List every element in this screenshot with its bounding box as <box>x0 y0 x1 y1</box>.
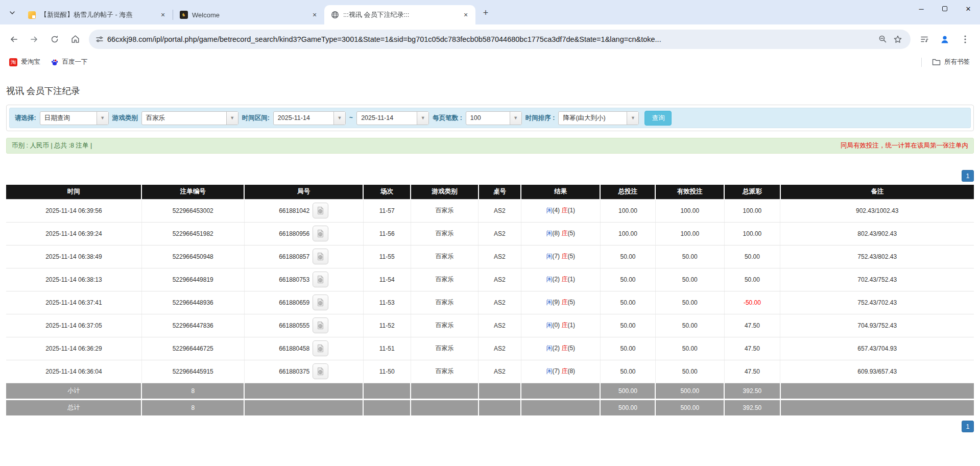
cell-game-type: 百家乐 <box>411 314 479 337</box>
bookmarks-separator <box>921 58 922 67</box>
chevron-down-icon[interactable]: ▼ <box>417 112 428 125</box>
pagination-bottom: 1 <box>6 421 974 432</box>
summary-bar: 币别 : 人民币 | 总共 :8 注单 | 同局有效投注，统一计算在该局第一张注… <box>6 138 974 154</box>
film-icon <box>316 206 325 215</box>
chevron-down-icon[interactable]: ▼ <box>627 112 638 125</box>
cell-time: 2025-11-14 06:39:56 <box>6 199 141 222</box>
video-replay-button[interactable] <box>313 203 328 218</box>
cell-total-bet-link[interactable]: 50.00 <box>600 360 655 383</box>
page-content: 视讯 会员下注纪录 请选择: 日期查询 ▼ 游戏类别 百家乐 ▼ 时间区间: 2… <box>0 85 980 432</box>
filter-panel: 请选择: 日期查询 ▼ 游戏类别 百家乐 ▼ 时间区间: 2025-11-14 … <box>6 105 974 131</box>
media-controls-button[interactable] <box>915 30 934 49</box>
cell-remark: 802.43/902.43 <box>780 222 974 245</box>
minimize-button[interactable]: ─ <box>910 0 933 17</box>
cell-valid-bet: 50.00 <box>655 360 724 383</box>
tab-bet-record[interactable]: :::视讯 会员下注纪录::: × <box>324 5 475 24</box>
date-to-select[interactable]: 2025-11-14 ▼ <box>356 111 429 125</box>
player-result-label: 闲 <box>546 253 552 260</box>
video-replay-button[interactable] <box>313 340 328 356</box>
film-icon <box>316 252 325 261</box>
cell-table-number: AS2 <box>479 291 521 314</box>
video-replay-button[interactable] <box>313 272 328 287</box>
video-replay-button[interactable] <box>313 226 328 241</box>
refresh-icon <box>50 35 59 44</box>
header-valid-bet: 有效投注 <box>655 185 724 199</box>
person-icon <box>939 34 950 45</box>
cell-session: 11-51 <box>363 337 411 360</box>
cell-game-type: 百家乐 <box>411 291 479 314</box>
cell-total-bet-link[interactable]: 100.00 <box>600 222 655 245</box>
player-result-label: 闲 <box>546 207 552 214</box>
tab-welcome[interactable]: ♞ Welcome × <box>173 5 324 24</box>
chevron-down-icon[interactable]: ▼ <box>510 112 521 125</box>
cell-bet-number: 522966451982 <box>141 222 244 245</box>
close-window-button[interactable]: ✕ <box>957 0 980 17</box>
chevron-down-icon[interactable]: ▼ <box>226 112 238 125</box>
cell-time: 2025-11-14 06:36:29 <box>6 337 141 360</box>
query-mode-select[interactable]: 日期查询 ▼ <box>40 111 109 125</box>
time-sort-select[interactable]: 降幂(由大到小) ▼ <box>558 111 639 125</box>
banker-result-count: (5) <box>567 253 575 260</box>
cell-valid-bet: 50.00 <box>655 314 724 337</box>
cell-remark: 752.43/702.43 <box>780 291 974 314</box>
tab-close-icon[interactable]: × <box>461 10 470 19</box>
page-1-button[interactable]: 1 <box>962 421 974 432</box>
banker-result-label: 庄 <box>561 299 567 306</box>
zoom-out-icon[interactable] <box>875 32 890 47</box>
cell-table-number: AS2 <box>479 268 521 291</box>
home-button[interactable] <box>65 30 85 49</box>
cell-total-bet-link[interactable]: 50.00 <box>600 268 655 291</box>
table-row: 2025-11-14 06:38:49 522966450948 6618808… <box>6 245 974 268</box>
video-replay-button[interactable] <box>313 363 328 379</box>
all-bookmarks-button[interactable]: 所有书签 <box>929 56 973 68</box>
date-range-tilde: ~ <box>349 114 353 121</box>
cell-result: 闲(7) 庄(8) <box>521 360 600 383</box>
cell-game-type: 百家乐 <box>411 337 479 360</box>
cell-remark: 702.43/752.43 <box>780 268 974 291</box>
cell-remark: 609.93/657.43 <box>780 360 974 383</box>
maximize-button[interactable] <box>933 0 957 17</box>
url-text[interactable]: 66cxkj98.com/ipl/portal.php/game/betreco… <box>107 35 875 43</box>
chevron-down-icon[interactable]: ▼ <box>333 112 345 125</box>
bookmark-aitaobao[interactable]: 淘 爱淘宝 <box>5 56 44 68</box>
video-replay-button[interactable] <box>313 295 328 310</box>
cell-total-payout: 47.50 <box>724 314 780 337</box>
page-size-select[interactable]: 100 ▼ <box>466 111 522 125</box>
cell-total-bet-link[interactable]: 50.00 <box>600 245 655 268</box>
header-bet-number: 注单编号 <box>141 185 244 199</box>
cell-session: 11-52 <box>363 314 411 337</box>
tab-close-icon[interactable]: × <box>310 10 319 19</box>
browser-menu-button[interactable] <box>955 30 975 49</box>
bookmark-baidu[interactable]: 百度一下 <box>46 56 92 68</box>
time-sort-label: 时间排序 : <box>525 114 555 122</box>
refresh-button[interactable] <box>45 30 64 49</box>
address-bar[interactable]: 66cxkj98.com/ipl/portal.php/game/betreco… <box>89 30 911 49</box>
back-button[interactable] <box>4 30 23 49</box>
bookmark-star-icon[interactable] <box>890 32 905 47</box>
game-type-select[interactable]: 百家乐 ▼ <box>141 111 238 125</box>
cell-game-type: 百家乐 <box>411 268 479 291</box>
tab-search-button[interactable] <box>5 6 19 20</box>
chevron-down-icon[interactable]: ▼ <box>97 112 108 125</box>
page-1-button[interactable]: 1 <box>962 170 974 182</box>
tab-close-icon[interactable]: × <box>158 10 168 19</box>
search-button[interactable]: 查询 <box>644 111 672 126</box>
video-replay-button[interactable] <box>313 249 328 264</box>
profile-avatar[interactable] <box>935 30 954 49</box>
date-from-select[interactable]: 2025-11-14 ▼ <box>273 111 346 125</box>
cell-bet-number: 522966445915 <box>141 360 244 383</box>
video-replay-button[interactable] <box>313 317 328 333</box>
site-info-icon[interactable] <box>92 32 107 47</box>
tab-forum[interactable]: 【新提醒】杨雪儿的帖子 - 海燕 × <box>21 5 173 24</box>
cell-time: 2025-11-14 06:37:41 <box>6 291 141 314</box>
page-size-label: 每页笔数 : <box>433 114 462 122</box>
cell-total-bet-link[interactable]: 50.00 <box>600 314 655 337</box>
header-time: 时间 <box>6 185 141 199</box>
forward-button[interactable] <box>25 30 44 49</box>
cell-total-bet-link[interactable]: 100.00 <box>600 199 655 222</box>
new-tab-button[interactable]: + <box>479 6 493 20</box>
cell-total-bet-link[interactable]: 50.00 <box>600 291 655 314</box>
banker-result-label: 庄 <box>561 322 567 329</box>
cell-total-bet-link[interactable]: 50.00 <box>600 337 655 360</box>
cell-time: 2025-11-14 06:37:05 <box>6 314 141 337</box>
